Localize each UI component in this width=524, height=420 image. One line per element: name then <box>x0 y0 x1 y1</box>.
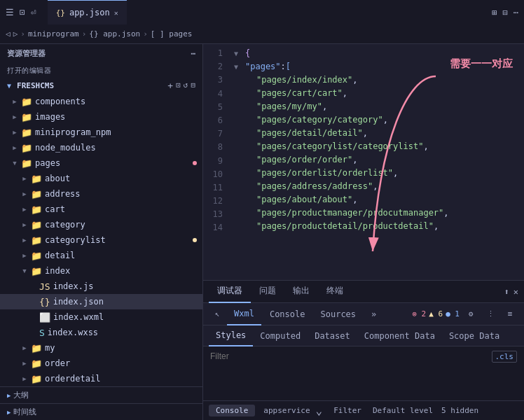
sidebar-item-index-wxss[interactable]: S index.wxss <box>0 325 202 340</box>
sidebar-item-index[interactable]: ▼ 📁 index <box>0 263 202 279</box>
error-badge: ⊗ 2 <box>412 309 426 318</box>
tab-terminal[interactable]: 终端 <box>318 281 352 303</box>
devtools-badges: ⊗ 2 ▲ 6 ● 1 ⚙ ⋮ ≡ <box>412 306 518 323</box>
label-cart: cart <box>45 204 65 214</box>
sidebar-item-my[interactable]: ▶ 📁 my <box>0 340 202 356</box>
fold-1[interactable]: ▼ <box>234 48 242 59</box>
toggle-miniprogram-npm[interactable]: ▶ <box>10 129 20 136</box>
toggle-cart[interactable]: ▶ <box>20 206 29 213</box>
project-collapse-icon[interactable]: ▼ <box>7 82 11 90</box>
open-editors-section[interactable]: 打开的编辑器 <box>0 63 202 77</box>
toggle-order[interactable]: ▶ <box>20 360 29 367</box>
tab-output[interactable]: 输出 <box>284 281 318 303</box>
devtools-tab-more[interactable]: » <box>364 303 383 326</box>
toggle-orderdetail[interactable]: ▶ <box>20 375 29 382</box>
devtools-vertical-more-icon[interactable]: ⋮ <box>482 306 499 323</box>
toggle-images[interactable]: ▶ <box>10 113 20 120</box>
console-tab[interactable]: Console <box>209 405 255 416</box>
breadcrumb-nav-back[interactable]: ◁ <box>6 29 11 38</box>
sidebar-item-about[interactable]: ▶ 📁 about <box>0 171 202 186</box>
refresh-icon[interactable]: ↺ <box>184 80 188 91</box>
toggle-pages[interactable]: ▼ <box>10 160 20 167</box>
folder-icon-categorylist: 📁 <box>31 235 42 246</box>
collapse-all-icon[interactable]: ⊟ <box>191 80 195 91</box>
devtools-cursor-icon[interactable]: ↖ <box>209 306 226 323</box>
folder-icon-category: 📁 <box>31 220 42 230</box>
toggle-detail[interactable]: ▶ <box>20 252 29 259</box>
devtools-settings-icon[interactable]: ⚙ <box>462 306 479 323</box>
menu-icon[interactable]: ☰ <box>6 7 14 18</box>
sidebar-item-index-json[interactable]: {} index.json <box>0 294 202 309</box>
tab-app-json[interactable]: {} app.json ✕ <box>48 0 127 24</box>
devtools-tab-sources[interactable]: Sources <box>313 303 363 326</box>
sidebar-item-cart[interactable]: ▶ 📁 cart <box>0 202 202 217</box>
search-icon[interactable]: ⊡ <box>20 7 25 18</box>
sidebar-item-images[interactable]: ▶ 📁 images <box>0 109 202 125</box>
toggle-components[interactable]: ▶ <box>10 98 20 105</box>
wxml-file-icon: ⬜ <box>39 312 50 323</box>
tab-problems[interactable]: 问题 <box>251 281 284 303</box>
new-folder-icon[interactable]: ⊡ <box>176 80 181 91</box>
tab-close-icon[interactable]: ✕ <box>114 9 118 17</box>
sidebar-item-node-modules[interactable]: ▶ 📁 node_modules <box>0 140 202 155</box>
back-icon[interactable]: ⏎ <box>31 7 36 18</box>
code-editor[interactable]: 1 2 3 4 5 6 7 8 9 10 11 12 13 14 <box>203 44 524 280</box>
sidebar-more-icon[interactable]: ⋯ <box>191 49 195 58</box>
sidebar-item-components[interactable]: ▶ 📁 components <box>0 94 202 109</box>
styles-tab-styles[interactable]: Styles <box>209 326 253 346</box>
sidebar-item-categorylist[interactable]: ▶ 📁 categorylist <box>0 232 202 248</box>
toggle-index[interactable]: ▼ <box>20 267 29 274</box>
breadcrumb-miniprogram[interactable]: miniprogram <box>28 29 79 38</box>
filter-input[interactable] <box>210 351 486 361</box>
sidebar-outline-section[interactable]: ▶ 大纲 <box>0 386 202 403</box>
sidebar-item-detail[interactable]: ▶ 📁 detail <box>0 248 202 263</box>
code-text[interactable]: 需要一一对应 ▼ { <box>228 44 524 280</box>
code-line-6: "pages/category/category", <box>234 113 518 127</box>
toggle-category[interactable]: ▶ <box>20 221 29 228</box>
add-file-icon[interactable]: + <box>167 80 173 91</box>
toggle-address[interactable]: ▶ <box>20 190 29 197</box>
tab-debugger-label: 调试器 <box>217 285 242 297</box>
minimize-icon[interactable]: ⊟ <box>503 8 508 18</box>
sidebar-item-address[interactable]: ▶ 📁 address <box>0 186 202 202</box>
more-options-icon[interactable]: ⋯ <box>513 8 518 18</box>
toggle-categorylist[interactable]: ▶ <box>20 237 29 244</box>
panel-maximize-icon[interactable]: ⬆ <box>504 287 509 297</box>
console-tab-label: Console <box>216 406 248 415</box>
fold-2[interactable]: ▼ <box>234 62 242 73</box>
sidebar-item-order[interactable]: ▶ 📁 order <box>0 356 202 371</box>
sidebar-item-orderdetail[interactable]: ▶ 📁 orderdetail <box>0 371 202 386</box>
tab-debugger[interactable]: 调试器 <box>209 281 251 303</box>
label-orderdetail: orderdetail <box>45 374 100 384</box>
project-actions: + ⊡ ↺ ⊟ <box>167 80 195 91</box>
breadcrumb-nav-forward[interactable]: ▷ <box>13 29 18 38</box>
breadcrumb: ◁ ▷ › miniprogram › {} app.json › [ ] pa… <box>0 24 524 44</box>
styles-tab-scope-data[interactable]: Scope Data <box>442 326 506 346</box>
label-pages: pages <box>35 158 60 168</box>
sidebar-timeline-section[interactable]: ▶ 时间线 <box>0 403 202 420</box>
cls-button[interactable]: .cls <box>492 351 518 363</box>
styles-tab-computed[interactable]: Computed <box>253 326 308 346</box>
sidebar-item-index-wxml[interactable]: ⬜ index.wxml <box>0 309 202 325</box>
toggle-node-modules[interactable]: ▶ <box>10 144 20 151</box>
sidebar-item-miniprogram-npm[interactable]: ▶ 📁 miniprogram_npm <box>0 125 202 140</box>
toggle-about[interactable]: ▶ <box>20 175 29 182</box>
top-right-icons: ⊞ ⊟ ⋯ <box>492 8 518 18</box>
sidebar-item-index-js[interactable]: JS index.js <box>0 279 202 294</box>
sidebar-item-pages[interactable]: ▼ 📁 pages <box>0 155 202 171</box>
appservice-dropdown-icon[interactable]: ⌄ <box>316 404 323 417</box>
split-editor-icon[interactable]: ⊞ <box>492 8 497 18</box>
code-line-14: "pages/productdetail/productdetail", <box>234 220 518 233</box>
devtools-extra-icon[interactable]: ≡ <box>502 306 518 323</box>
devtools-tab-wxml[interactable]: Wxml <box>227 303 261 326</box>
top-bar: ☰ ⊡ ⏎ {} app.json ✕ ⊞ ⊟ ⋯ <box>0 0 524 24</box>
panel-close-icon[interactable]: ✕ <box>513 287 518 297</box>
folder-icon-orderdetail: 📁 <box>31 374 42 384</box>
devtools-tab-console[interactable]: Console <box>263 303 312 326</box>
styles-tab-dataset[interactable]: Dataset <box>308 326 357 346</box>
toggle-my[interactable]: ▶ <box>20 344 29 351</box>
breadcrumb-file[interactable]: {} app.json <box>89 29 140 38</box>
styles-tab-component-data[interactable]: Component Data <box>357 326 442 346</box>
sidebar-item-category[interactable]: ▶ 📁 category <box>0 217 202 232</box>
breadcrumb-pages[interactable]: [ ] pages <box>151 29 193 38</box>
